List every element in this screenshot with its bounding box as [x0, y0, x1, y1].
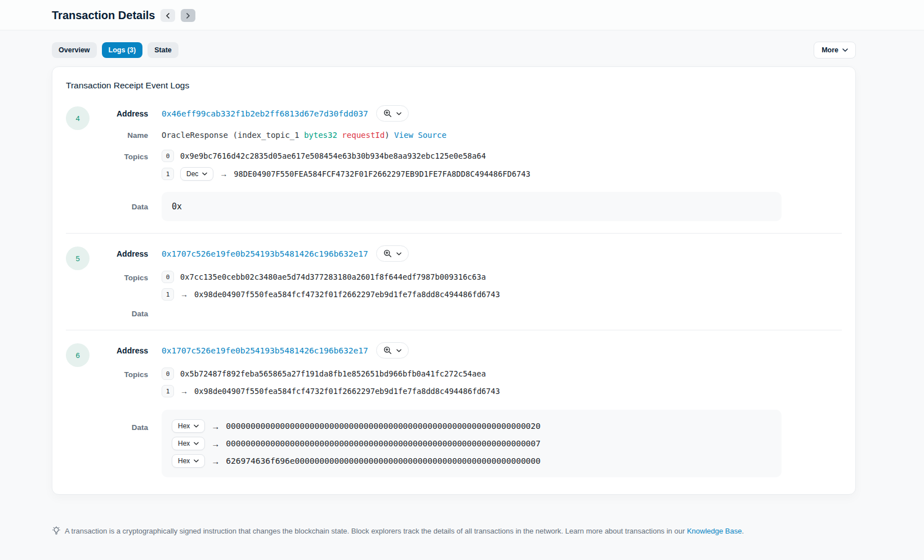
topic-format-value: Dec	[186, 170, 198, 178]
data-box: 0x	[162, 192, 782, 221]
topic-value: 0x9e9bc7616d42c2835d05ae617e508454e63b30…	[180, 151, 486, 160]
chevron-down-icon	[194, 442, 199, 445]
data-word-row-2: Hex → 626974636f696e00000000000000000000…	[172, 454, 771, 468]
topic-row-1: 1 → 0x98de04907f550fea584fcf4732f01f2662…	[162, 385, 842, 397]
name-label: Name	[90, 131, 148, 140]
footer-sentence: A transaction is a cryptographically sig…	[65, 527, 685, 535]
arrow-right-icon: →	[211, 456, 220, 466]
topics-list: 0 0x9e9bc7616d42c2835d05ae617e508454e63b…	[162, 150, 842, 181]
data-format-select[interactable]: Hex	[172, 454, 205, 468]
event-post: )	[385, 131, 389, 140]
topics-label: Topics	[90, 150, 148, 161]
arrow-right-icon: →	[180, 290, 188, 299]
tab-bar: Overview Logs (3) State More	[52, 42, 856, 59]
address-label: Address	[90, 249, 148, 258]
page-header: Transaction Details	[0, 0, 924, 30]
magnifier-plus-icon	[383, 346, 392, 355]
topics-list: 0 0x7cc135e0cebb02c3480ae5d74d377283180a…	[162, 271, 842, 301]
previous-transaction-button[interactable]	[160, 9, 175, 22]
data-format-value: Hex	[178, 440, 190, 447]
address-link[interactable]: 0x1707c526e19fe0b254193b5481426c196b632e…	[162, 249, 368, 258]
address-label: Address	[90, 109, 148, 118]
event-logs-card: Transaction Receipt Event Logs 4 Address…	[52, 66, 856, 495]
log-divider	[66, 330, 842, 330]
log-divider	[66, 233, 842, 234]
chevron-left-icon	[166, 13, 170, 19]
topic-index-badge: 1	[162, 385, 174, 397]
arrow-right-icon: →	[211, 422, 220, 431]
card-heading: Transaction Receipt Event Logs	[66, 80, 842, 91]
more-dropdown-button[interactable]: More	[814, 42, 856, 59]
topic-index-badge: 1	[162, 288, 174, 301]
data-box: Hex → 0000000000000000000000000000000000…	[162, 410, 782, 477]
topic-row-1: 1 → 0x98de04907f550fea584fcf4732f01f2662…	[162, 288, 842, 301]
data-word-row-0: Hex → 0000000000000000000000000000000000…	[172, 419, 771, 433]
topic-row-1: 1 Dec → 98DE04907F550FEA584FCF4732F01F26…	[162, 167, 842, 181]
topic-value: 0x5b72487f892feba565865a27f191da8fb1e852…	[180, 369, 486, 378]
topic-value: 0x7cc135e0cebb02c3480ae5d74d377283180a26…	[180, 272, 486, 281]
magnifier-plus-icon	[383, 249, 392, 258]
view-source-link[interactable]: View Source	[394, 131, 447, 140]
data-format-select[interactable]: Hex	[172, 419, 205, 433]
log-entry-4: 4 Address 0x46eff99cab332f1b2eb2ff6813d6…	[66, 105, 842, 221]
knowledge-base-link[interactable]: Knowledge Base	[687, 527, 742, 535]
topic-index-badge: 0	[162, 150, 174, 162]
log-index-badge: 4	[66, 106, 90, 130]
address-link[interactable]: 0x46eff99cab332f1b2eb2ff6813d67e7d30fdd0…	[162, 109, 368, 118]
tab-overview[interactable]: Overview	[52, 42, 97, 58]
event-pre: (index_topic_1	[233, 131, 299, 140]
next-transaction-button[interactable]	[181, 9, 195, 22]
event-method: OracleResponse	[162, 131, 228, 140]
topic-index-badge: 1	[162, 168, 174, 180]
arrow-right-icon: →	[180, 387, 188, 396]
data-label: Data	[90, 203, 148, 211]
tab-state[interactable]: State	[148, 42, 178, 58]
page-footer: A transaction is a cryptographically sig…	[52, 526, 856, 535]
page-title: Transaction Details	[52, 9, 155, 22]
footer-text: A transaction is a cryptographically sig…	[65, 527, 744, 535]
topic-value: 0x98de04907f550fea584fcf4732f01f2662297e…	[194, 290, 500, 299]
event-param-name: requestId	[342, 131, 385, 140]
log-index-badge: 5	[66, 247, 90, 270]
data-format-value: Hex	[178, 457, 190, 465]
chevron-down-icon	[194, 424, 199, 428]
topics-label: Topics	[90, 368, 148, 379]
more-label: More	[822, 46, 838, 54]
topics-list: 0 0x5b72487f892feba565865a27f191da8fb1e8…	[162, 368, 842, 397]
data-format-select[interactable]: Hex	[172, 437, 205, 450]
arrow-right-icon: →	[211, 439, 220, 449]
chevron-down-icon	[202, 172, 207, 176]
chevron-right-icon	[186, 13, 190, 19]
event-param-type: bytes32	[304, 131, 337, 140]
address-zoom-dropdown[interactable]	[376, 342, 409, 359]
topic-row-0: 0 0x5b72487f892feba565865a27f191da8fb1e8…	[162, 368, 842, 380]
tab-group: Overview Logs (3) State	[52, 42, 178, 58]
topics-label: Topics	[90, 271, 148, 282]
lightbulb-icon	[52, 526, 61, 535]
address-zoom-dropdown[interactable]	[376, 105, 409, 122]
data-value: 0x	[172, 201, 182, 212]
tab-logs[interactable]: Logs (3)	[102, 42, 143, 58]
topic-row-0: 0 0x7cc135e0cebb02c3480ae5d74d377283180a…	[162, 271, 842, 283]
address-link[interactable]: 0x1707c526e19fe0b254193b5481426c196b632e…	[162, 346, 368, 355]
topic-index-badge: 0	[162, 271, 174, 283]
footer-suffix: .	[742, 527, 744, 535]
chevron-down-icon	[194, 459, 199, 463]
chevron-down-icon	[396, 349, 401, 352]
chevron-down-icon	[842, 48, 848, 52]
data-word-value: 626974636f696e00000000000000000000000000…	[226, 456, 541, 465]
magnifier-plus-icon	[383, 109, 392, 118]
log-entry-5: 5 Address 0x1707c526e19fe0b254193b548142…	[66, 245, 842, 318]
address-label: Address	[90, 346, 148, 355]
data-label: Data	[90, 310, 148, 318]
data-label: Data	[90, 410, 148, 432]
address-zoom-dropdown[interactable]	[376, 245, 409, 262]
topic-index-badge: 0	[162, 368, 174, 380]
data-word-value: 0000000000000000000000000000000000000000…	[226, 439, 541, 448]
data-word-row-1: Hex → 0000000000000000000000000000000000…	[172, 437, 771, 450]
chevron-down-icon	[396, 252, 401, 256]
data-word-value: 0000000000000000000000000000000000000000…	[226, 422, 541, 431]
topic-value: 98DE04907F550FEA584FCF4732F01F2662297EB9…	[234, 169, 530, 178]
arrow-right-icon: →	[220, 169, 227, 178]
topic-format-select[interactable]: Dec	[180, 167, 213, 181]
